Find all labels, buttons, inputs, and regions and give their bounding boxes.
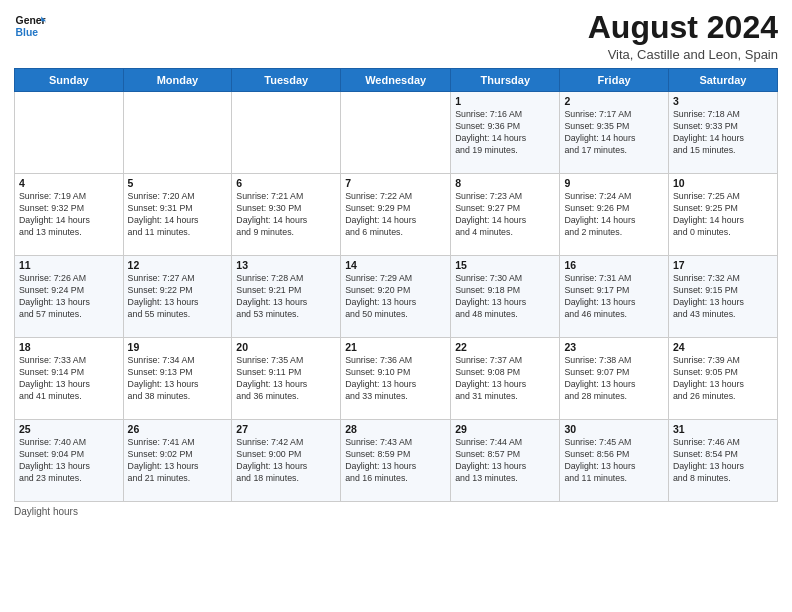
day-info: Sunrise: 7:44 AMSunset: 8:57 PMDaylight:… [455, 437, 555, 485]
day-number: 19 [128, 341, 228, 353]
day-number: 16 [564, 259, 664, 271]
day-number: 18 [19, 341, 119, 353]
calendar-cell: 20Sunrise: 7:35 AMSunset: 9:11 PMDayligh… [232, 338, 341, 420]
calendar-cell: 4Sunrise: 7:19 AMSunset: 9:32 PMDaylight… [15, 174, 124, 256]
calendar-cell: 12Sunrise: 7:27 AMSunset: 9:22 PMDayligh… [123, 256, 232, 338]
logo-icon: General Blue [14, 10, 46, 42]
calendar-cell: 31Sunrise: 7:46 AMSunset: 8:54 PMDayligh… [668, 420, 777, 502]
calendar-cell: 3Sunrise: 7:18 AMSunset: 9:33 PMDaylight… [668, 92, 777, 174]
calendar-cell [15, 92, 124, 174]
day-number: 5 [128, 177, 228, 189]
day-number: 1 [455, 95, 555, 107]
day-number: 6 [236, 177, 336, 189]
day-info: Sunrise: 7:41 AMSunset: 9:02 PMDaylight:… [128, 437, 228, 485]
day-number: 4 [19, 177, 119, 189]
day-number: 27 [236, 423, 336, 435]
day-number: 12 [128, 259, 228, 271]
calendar-header-row: SundayMondayTuesdayWednesdayThursdayFrid… [15, 69, 778, 92]
day-info: Sunrise: 7:16 AMSunset: 9:36 PMDaylight:… [455, 109, 555, 157]
day-number: 7 [345, 177, 446, 189]
svg-text:Blue: Blue [16, 27, 39, 38]
day-info: Sunrise: 7:42 AMSunset: 9:00 PMDaylight:… [236, 437, 336, 485]
day-info: Sunrise: 7:21 AMSunset: 9:30 PMDaylight:… [236, 191, 336, 239]
day-number: 10 [673, 177, 773, 189]
day-info: Sunrise: 7:25 AMSunset: 9:25 PMDaylight:… [673, 191, 773, 239]
calendar-week-row: 18Sunrise: 7:33 AMSunset: 9:14 PMDayligh… [15, 338, 778, 420]
page: General Blue August 2024 Vita, Castille … [0, 0, 792, 612]
day-number: 29 [455, 423, 555, 435]
calendar-week-row: 4Sunrise: 7:19 AMSunset: 9:32 PMDaylight… [15, 174, 778, 256]
day-info: Sunrise: 7:39 AMSunset: 9:05 PMDaylight:… [673, 355, 773, 403]
day-number: 17 [673, 259, 773, 271]
calendar-cell: 18Sunrise: 7:33 AMSunset: 9:14 PMDayligh… [15, 338, 124, 420]
calendar-cell: 23Sunrise: 7:38 AMSunset: 9:07 PMDayligh… [560, 338, 669, 420]
calendar-cell: 29Sunrise: 7:44 AMSunset: 8:57 PMDayligh… [451, 420, 560, 502]
day-info: Sunrise: 7:17 AMSunset: 9:35 PMDaylight:… [564, 109, 664, 157]
day-info: Sunrise: 7:19 AMSunset: 9:32 PMDaylight:… [19, 191, 119, 239]
calendar-day-header: Wednesday [341, 69, 451, 92]
calendar-cell: 19Sunrise: 7:34 AMSunset: 9:13 PMDayligh… [123, 338, 232, 420]
day-number: 9 [564, 177, 664, 189]
day-number: 21 [345, 341, 446, 353]
day-number: 24 [673, 341, 773, 353]
day-number: 28 [345, 423, 446, 435]
calendar-cell: 2Sunrise: 7:17 AMSunset: 9:35 PMDaylight… [560, 92, 669, 174]
calendar-week-row: 11Sunrise: 7:26 AMSunset: 9:24 PMDayligh… [15, 256, 778, 338]
day-number: 14 [345, 259, 446, 271]
day-number: 8 [455, 177, 555, 189]
calendar-day-header: Thursday [451, 69, 560, 92]
day-info: Sunrise: 7:20 AMSunset: 9:31 PMDaylight:… [128, 191, 228, 239]
calendar-cell: 15Sunrise: 7:30 AMSunset: 9:18 PMDayligh… [451, 256, 560, 338]
calendar-day-header: Friday [560, 69, 669, 92]
day-number: 26 [128, 423, 228, 435]
calendar-day-header: Saturday [668, 69, 777, 92]
day-info: Sunrise: 7:33 AMSunset: 9:14 PMDaylight:… [19, 355, 119, 403]
calendar-cell: 10Sunrise: 7:25 AMSunset: 9:25 PMDayligh… [668, 174, 777, 256]
day-info: Sunrise: 7:34 AMSunset: 9:13 PMDaylight:… [128, 355, 228, 403]
footer-note: Daylight hours [14, 506, 778, 517]
day-info: Sunrise: 7:46 AMSunset: 8:54 PMDaylight:… [673, 437, 773, 485]
calendar-cell: 26Sunrise: 7:41 AMSunset: 9:02 PMDayligh… [123, 420, 232, 502]
day-info: Sunrise: 7:43 AMSunset: 8:59 PMDaylight:… [345, 437, 446, 485]
day-info: Sunrise: 7:36 AMSunset: 9:10 PMDaylight:… [345, 355, 446, 403]
day-info: Sunrise: 7:29 AMSunset: 9:20 PMDaylight:… [345, 273, 446, 321]
calendar-day-header: Tuesday [232, 69, 341, 92]
calendar-week-row: 1Sunrise: 7:16 AMSunset: 9:36 PMDaylight… [15, 92, 778, 174]
day-number: 11 [19, 259, 119, 271]
day-info: Sunrise: 7:23 AMSunset: 9:27 PMDaylight:… [455, 191, 555, 239]
calendar-cell: 24Sunrise: 7:39 AMSunset: 9:05 PMDayligh… [668, 338, 777, 420]
calendar-cell [123, 92, 232, 174]
location-subtitle: Vita, Castille and Leon, Spain [588, 47, 778, 62]
day-info: Sunrise: 7:35 AMSunset: 9:11 PMDaylight:… [236, 355, 336, 403]
day-info: Sunrise: 7:31 AMSunset: 9:17 PMDaylight:… [564, 273, 664, 321]
calendar-cell: 1Sunrise: 7:16 AMSunset: 9:36 PMDaylight… [451, 92, 560, 174]
logo: General Blue [14, 10, 46, 42]
calendar-cell: 30Sunrise: 7:45 AMSunset: 8:56 PMDayligh… [560, 420, 669, 502]
day-info: Sunrise: 7:18 AMSunset: 9:33 PMDaylight:… [673, 109, 773, 157]
calendar-cell [341, 92, 451, 174]
daylight-hours-label: Daylight hours [14, 506, 78, 517]
header: General Blue August 2024 Vita, Castille … [14, 10, 778, 62]
calendar-cell [232, 92, 341, 174]
day-info: Sunrise: 7:27 AMSunset: 9:22 PMDaylight:… [128, 273, 228, 321]
calendar-cell: 22Sunrise: 7:37 AMSunset: 9:08 PMDayligh… [451, 338, 560, 420]
day-number: 22 [455, 341, 555, 353]
day-info: Sunrise: 7:22 AMSunset: 9:29 PMDaylight:… [345, 191, 446, 239]
calendar-week-row: 25Sunrise: 7:40 AMSunset: 9:04 PMDayligh… [15, 420, 778, 502]
calendar-cell: 8Sunrise: 7:23 AMSunset: 9:27 PMDaylight… [451, 174, 560, 256]
calendar-cell: 27Sunrise: 7:42 AMSunset: 9:00 PMDayligh… [232, 420, 341, 502]
day-info: Sunrise: 7:38 AMSunset: 9:07 PMDaylight:… [564, 355, 664, 403]
day-number: 25 [19, 423, 119, 435]
day-number: 31 [673, 423, 773, 435]
day-info: Sunrise: 7:26 AMSunset: 9:24 PMDaylight:… [19, 273, 119, 321]
day-info: Sunrise: 7:45 AMSunset: 8:56 PMDaylight:… [564, 437, 664, 485]
day-info: Sunrise: 7:30 AMSunset: 9:18 PMDaylight:… [455, 273, 555, 321]
day-number: 15 [455, 259, 555, 271]
day-number: 2 [564, 95, 664, 107]
calendar-day-header: Sunday [15, 69, 124, 92]
day-info: Sunrise: 7:24 AMSunset: 9:26 PMDaylight:… [564, 191, 664, 239]
day-info: Sunrise: 7:37 AMSunset: 9:08 PMDaylight:… [455, 355, 555, 403]
calendar-cell: 21Sunrise: 7:36 AMSunset: 9:10 PMDayligh… [341, 338, 451, 420]
day-number: 23 [564, 341, 664, 353]
calendar-cell: 28Sunrise: 7:43 AMSunset: 8:59 PMDayligh… [341, 420, 451, 502]
